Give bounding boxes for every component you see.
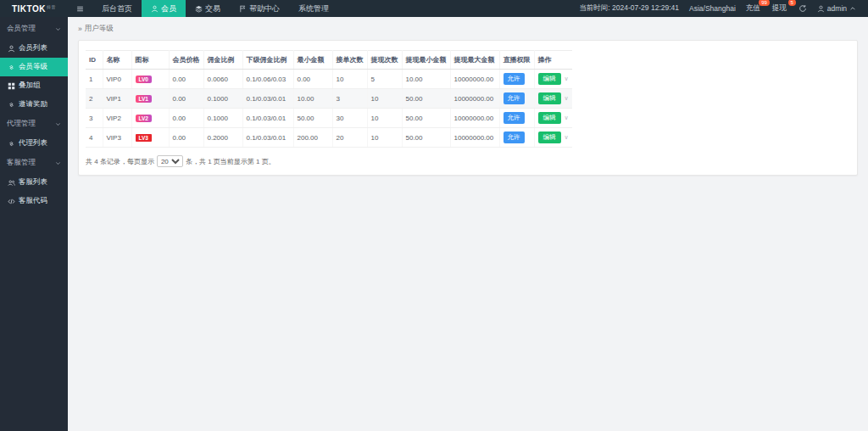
pager-prefix: 共 4 条记录，每页显示 [86,157,154,166]
top-navbar: TIKTOK抖音 后台首页会员交易帮助中心系统管理 当前时间: 2024-07-… [0,0,868,17]
cell-min-amount: 10.00 [293,89,332,109]
topnav-item-label: 帮助中心 [249,3,280,14]
topnav-item-label: 后台首页 [102,3,132,14]
cell-withdraw-max: 10000000.00 [450,109,499,128]
cell-orders: 10 [332,70,367,89]
sidebar-item-10[interactable]: 客服代码 [0,192,68,210]
cell-commission: 0.0060 [203,70,242,89]
sidebar-item-5[interactable]: 邀请奖励 [0,95,68,114]
sidebar-item-3[interactable]: 会员等级 [0,58,68,76]
cell-name: VIP0 [103,70,131,89]
topnav-item-4[interactable]: 帮助中心 [230,0,289,17]
level-badge: LV3 [136,134,152,142]
breadcrumb-marker: » [78,25,82,33]
link-icon [8,101,15,109]
user-menu[interactable]: admin [817,4,856,13]
edit-more-caret[interactable]: ∨ [565,115,569,120]
brand-name: TIKTOK [12,5,46,14]
user-level-table: ID名称图标会员价格佣金比例下级佣金比例最小金额接单次数提现次数提现最小金额提现… [86,50,572,148]
sidebar-item-label: 代理列表 [19,138,47,148]
sidebar-group-1[interactable]: 会员管理 [0,19,68,39]
cell-commission: 0.1000 [203,109,242,128]
cell-sub-commission: 0.1/0.03/0.01 [242,89,293,109]
edit-button[interactable]: 编辑 [538,73,561,85]
cell-icon: LV2 [131,109,169,128]
cell-price: 0.00 [169,109,203,128]
cell-commission: 0.1000 [203,89,242,109]
layers-icon [195,5,203,13]
cell-actions: 编辑∨ [534,109,572,128]
user-icon [151,5,159,13]
cell-id: 4 [86,128,103,148]
withdraw-shortcut[interactable]: 提现 5 [772,3,788,14]
cell-withdraw-max: 10000000.00 [450,89,499,109]
sidebar-group-8[interactable]: 客服管理 [0,153,68,173]
current-time: 当前时间: 2024-07-29 12:29:41 [579,3,679,14]
column-header: 提现最大金额 [450,51,499,70]
level-badge: LV2 [136,115,152,122]
sidebar-item-label: 客服列表 [19,177,47,188]
permission-badge: 允许 [504,73,525,85]
main-content: » 用户等级 ID名称图标会员价格佣金比例下级佣金比例最小金额接单次数提现次数提… [68,17,868,431]
sidebar-group-label: 客服管理 [7,158,36,168]
edit-more-caret[interactable]: ∨ [565,134,569,140]
user-icon [8,45,15,53]
level-badge: LV1 [136,95,152,103]
cell-sub-commission: 0.1/0.03/0.01 [242,128,293,148]
withdraw-label: 提现 [772,3,787,12]
column-header: 佣金比例 [203,51,242,70]
cell-withdraw-times: 10 [367,109,402,128]
recharge-shortcut[interactable]: 充值 99 [746,3,762,14]
cell-orders: 20 [332,128,367,148]
sidebar-item-9[interactable]: 客服列表 [0,173,68,192]
cell-sub-commission: 0.1/0.03/0.01 [242,109,293,128]
breadcrumb: » 用户等级 [78,24,858,34]
edit-more-caret[interactable]: ∨ [565,95,569,101]
cell-permission: 允许 [499,128,534,148]
code-icon [8,198,15,205]
username: admin [827,4,847,13]
page-size-select[interactable]: 20 [157,155,183,167]
timezone: Asia/Shanghai [689,4,736,13]
topnav-item-2[interactable]: 会员 [142,0,186,17]
cell-min-amount: 50.00 [293,109,332,128]
cell-icon: LV3 [131,128,169,148]
edit-more-caret[interactable]: ∨ [565,76,569,81]
breadcrumb-label: 用户等级 [85,24,114,34]
permission-badge: 允许 [504,92,525,104]
topnav-item-3[interactable]: 交易 [186,0,230,17]
cell-withdraw-min: 50.00 [402,109,450,128]
user-level-card: ID名称图标会员价格佣金比例下级佣金比例最小金额接单次数提现次数提现最小金额提现… [78,40,858,176]
cell-withdraw-max: 10000000.00 [450,70,499,89]
column-header: 下级佣金比例 [242,51,293,70]
grid-icon [8,82,15,90]
refresh-icon[interactable] [798,4,807,13]
cell-withdraw-times: 10 [367,89,402,109]
chevron-up-icon [849,5,856,12]
sidebar-item-label: 会员列表 [19,43,47,53]
pagination-bar: 共 4 条记录，每页显示 20 条，共 1 页当前显示第 1 页。 [86,155,850,167]
cell-withdraw-max: 10000000.00 [450,128,499,148]
cell-id: 3 [86,109,103,128]
sidebar-item-7[interactable]: 代理列表 [0,134,68,153]
sidebar: 会员管理会员列表会员等级叠加组邀请奖励代理管理代理列表客服管理客服列表客服代码 [0,17,68,431]
edit-button[interactable]: 编辑 [538,132,561,143]
hamburger-icon [76,5,84,13]
topnav-item-label: 交易 [205,3,220,14]
menu-toggle[interactable] [68,0,92,17]
topnav-item-5[interactable]: 系统管理 [289,0,338,17]
cell-commission: 0.2000 [203,128,242,148]
edit-button[interactable]: 编辑 [538,112,561,124]
cell-icon: LV1 [131,89,169,109]
edit-button[interactable]: 编辑 [538,92,561,104]
column-header: 会员价格 [169,51,203,70]
sidebar-item-2[interactable]: 会员列表 [0,39,68,58]
cell-actions: 编辑∨ [534,70,572,89]
sidebar-item-4[interactable]: 叠加组 [0,76,68,95]
cell-min-amount: 200.00 [293,128,332,148]
cell-name: VIP3 [103,128,131,148]
sidebar-group-6[interactable]: 代理管理 [0,114,68,134]
column-header: ID [86,51,103,70]
topnav-item-1[interactable]: 后台首页 [92,0,142,17]
column-header: 直播权限 [499,51,534,70]
